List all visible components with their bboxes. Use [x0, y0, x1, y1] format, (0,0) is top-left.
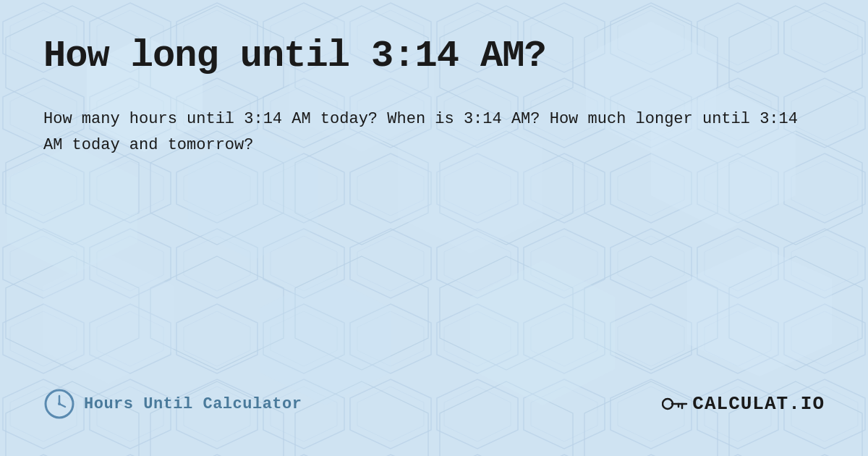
page-title: How long until 3:14 AM?	[43, 35, 825, 77]
svg-point-20	[58, 402, 61, 405]
logo-text: CALCULAT.IO	[692, 393, 825, 415]
calculat-logo: CALCULAT.IO	[662, 393, 825, 415]
brand-label: Hours Until Calculator	[84, 395, 302, 413]
logo-icon	[662, 393, 688, 415]
clock-icon	[43, 388, 75, 420]
footer: Hours Until Calculator CALCULAT.IO	[43, 388, 825, 427]
page-description: How many hours until 3:14 AM today? When…	[43, 106, 810, 159]
brand-section: Hours Until Calculator	[43, 388, 302, 420]
